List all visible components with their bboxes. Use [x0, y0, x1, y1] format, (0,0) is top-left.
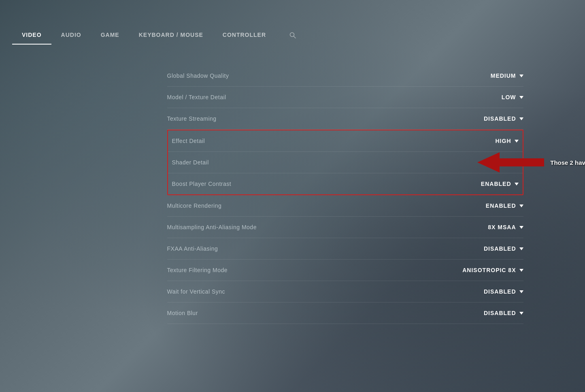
- setting-value-fxaa[interactable]: DISABLED: [484, 245, 523, 252]
- setting-label-texture-filtering: Texture Filtering Mode: [167, 267, 228, 273]
- highlighted-group-container: Effect Detail HIGH Shader Detail HIGH: [167, 130, 523, 195]
- setting-label-texture-streaming: Texture Streaming: [167, 115, 217, 122]
- chevron-down-icon: [519, 247, 523, 250]
- setting-label-fxaa: FXAA Anti-Aliasing: [167, 245, 218, 252]
- setting-effect-detail: Effect Detail HIGH: [168, 130, 523, 152]
- setting-multicore-rendering: Multicore Rendering ENABLED: [167, 195, 523, 217]
- annotation-container: Those 2 have to be 'High'': [477, 150, 585, 175]
- chevron-down-icon: [515, 140, 519, 143]
- setting-value-boost-player-contrast[interactable]: ENABLED: [481, 181, 519, 187]
- setting-motion-blur: Motion Blur DISABLED: [167, 303, 523, 324]
- setting-global-shadow-quality: Global Shadow Quality MEDIUM: [167, 65, 523, 87]
- tab-game[interactable]: Game: [91, 26, 129, 45]
- post-highlight-settings: Multicore Rendering ENABLED Multisamplin…: [167, 195, 523, 324]
- setting-value-global-shadow-quality[interactable]: MEDIUM: [491, 72, 523, 79]
- setting-label-global-shadow-quality: Global Shadow Quality: [167, 72, 229, 79]
- setting-label-multicore-rendering: Multicore Rendering: [167, 202, 222, 209]
- chevron-down-icon: [519, 290, 523, 293]
- setting-msaa: Multisampling Anti-Aliasing Mode 8X MSAA: [167, 217, 523, 238]
- setting-shader-detail: Shader Detail HIGH: [168, 152, 523, 173]
- annotation-arrow: [477, 150, 544, 175]
- chevron-down-icon: [519, 269, 523, 272]
- setting-value-msaa[interactable]: 8X MSAA: [488, 224, 523, 230]
- setting-value-model-texture-detail[interactable]: LOW: [502, 94, 523, 100]
- svg-line-1: [294, 36, 296, 38]
- search-icon: [289, 32, 296, 38]
- svg-marker-2: [477, 152, 544, 173]
- setting-value-motion-blur[interactable]: DISABLED: [484, 310, 523, 316]
- setting-boost-player-contrast: Boost Player Contrast ENABLED: [168, 173, 523, 194]
- tab-keyboard-mouse[interactable]: Keyboard / Mouse: [129, 26, 213, 45]
- chevron-down-icon: [515, 183, 519, 185]
- setting-texture-filtering: Texture Filtering Mode ANISOTROPIC 8X: [167, 260, 523, 281]
- chevron-down-icon: [519, 117, 523, 120]
- chevron-down-icon: [519, 75, 523, 77]
- chevron-down-icon: [519, 205, 523, 207]
- chevron-down-icon: [519, 312, 523, 315]
- setting-label-effect-detail: Effect Detail: [172, 138, 205, 144]
- tab-video[interactable]: Video: [12, 26, 51, 45]
- tab-controller[interactable]: Controller: [213, 26, 276, 45]
- setting-label-model-texture-detail: Model / Texture Detail: [167, 94, 226, 100]
- annotation-text: Those 2 have to be 'High'': [550, 159, 585, 166]
- setting-label-vsync: Wait for Vertical Sync: [167, 288, 225, 295]
- setting-value-effect-detail[interactable]: HIGH: [496, 138, 519, 144]
- highlighted-settings-group: Effect Detail HIGH Shader Detail HIGH: [167, 130, 523, 195]
- pre-highlight-settings: Global Shadow Quality MEDIUM Model / Tex…: [167, 65, 523, 130]
- setting-vsync: Wait for Vertical Sync DISABLED: [167, 281, 523, 303]
- setting-fxaa: FXAA Anti-Aliasing DISABLED: [167, 238, 523, 260]
- chevron-down-icon: [519, 96, 523, 99]
- setting-texture-streaming: Texture Streaming DISABLED: [167, 108, 523, 130]
- setting-label-msaa: Multisampling Anti-Aliasing Mode: [167, 224, 257, 230]
- chevron-down-icon: [519, 226, 523, 229]
- setting-value-multicore-rendering[interactable]: ENABLED: [486, 202, 523, 209]
- setting-value-vsync[interactable]: DISABLED: [484, 288, 523, 295]
- tab-audio[interactable]: Audio: [51, 26, 91, 45]
- setting-label-motion-blur: Motion Blur: [167, 310, 198, 316]
- setting-model-texture-detail: Model / Texture Detail LOW: [167, 87, 523, 108]
- setting-label-boost-player-contrast: Boost Player Contrast: [172, 181, 232, 187]
- setting-label-shader-detail: Shader Detail: [172, 159, 209, 166]
- setting-value-texture-filtering[interactable]: ANISOTROPIC 8X: [462, 267, 523, 273]
- settings-area: Global Shadow Quality MEDIUM Model / Tex…: [50, 59, 536, 330]
- setting-value-texture-streaming[interactable]: DISABLED: [484, 115, 523, 122]
